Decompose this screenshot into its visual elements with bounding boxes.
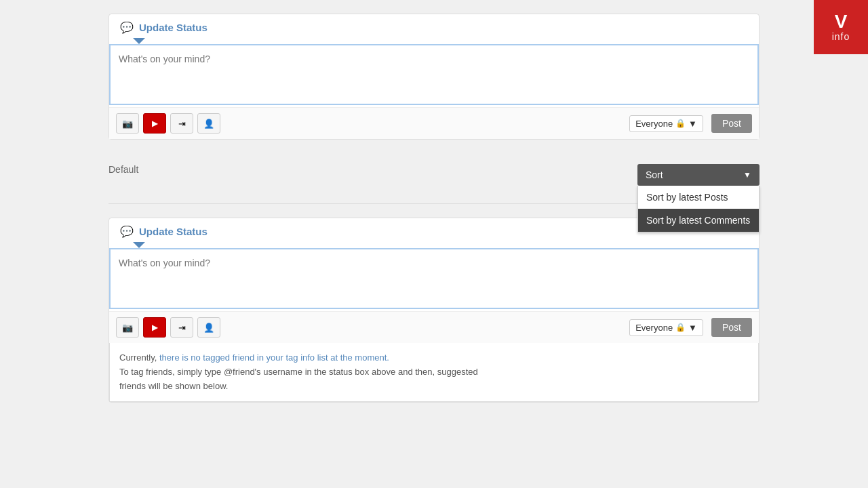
pointer-arrow-2	[133, 242, 145, 248]
privacy-label-1: Everyone	[635, 119, 673, 129]
privacy-selector-2[interactable]: Everyone 🔒 ▼	[629, 319, 703, 336]
sort-section: Default Sort ▼ Sort by latest Posts Sort…	[108, 153, 760, 197]
sort-item-comments[interactable]: Sort by latest Comments	[638, 209, 759, 232]
login-button-2[interactable]: ⇥	[170, 317, 193, 338]
status-card-1-header: 💬 Update Status	[109, 14, 759, 38]
sort-item-posts[interactable]: Sort by latest Posts	[638, 186, 759, 209]
privacy-label-2: Everyone	[635, 323, 673, 333]
info-badge-letter: V	[835, 12, 848, 31]
lock-icon-1: 🔒	[675, 119, 686, 128]
post-button-1[interactable]: Post	[711, 114, 752, 133]
privacy-selector-1[interactable]: Everyone 🔒 ▼	[629, 115, 703, 132]
pointer-arrow-1	[133, 38, 145, 44]
sort-dropdown-wrapper: Sort ▼ Sort by latest Posts Sort by late…	[637, 164, 760, 186]
chevron-down-icon-2: ▼	[688, 323, 697, 333]
sort-button-label: Sort	[646, 169, 663, 180]
status-toolbar-1: 📷 ▶ ⇥ 👤 Everyone 🔒 ▼ Post	[109, 107, 759, 139]
add-friend-button-2[interactable]: 👤	[197, 317, 220, 338]
status-card-1: 💬 Update Status 📷 ▶ ⇥ 👤 Everyone 🔒 ▼ Pos…	[108, 14, 760, 140]
status-card-2-title: Update Status	[139, 226, 208, 237]
tag-info-line2: To tag friends, simply type @friend's us…	[119, 365, 749, 380]
status-textarea-2[interactable]	[109, 248, 759, 309]
add-friend-button-1[interactable]: 👤	[197, 113, 220, 134]
tag-info-line3: friends will be shown below.	[119, 380, 749, 394]
sort-dropdown-menu: Sort by latest Posts Sort by latest Comm…	[637, 186, 760, 232]
chevron-down-icon-sort: ▼	[743, 170, 751, 180]
post-button-2[interactable]: Post	[711, 318, 752, 337]
chat-icon-2: 💬	[120, 225, 134, 238]
status-textarea-1[interactable]	[109, 44, 759, 105]
login-button-1[interactable]: ⇥	[170, 113, 193, 134]
sort-select-button[interactable]: Sort ▼	[637, 164, 760, 186]
chat-icon-1: 💬	[120, 21, 134, 34]
lock-icon-2: 🔒	[675, 323, 686, 332]
tag-info-line1: Currently, there is no tagged friend in …	[119, 351, 749, 365]
status-card-1-title: Update Status	[139, 22, 208, 33]
info-badge-label: info	[832, 31, 850, 42]
status-toolbar-2: 📷 ▶ ⇥ 👤 Everyone 🔒 ▼ Post	[109, 311, 759, 343]
status-card-2: 💬 Update Status 📷 ▶ ⇥ 👤 Everyone 🔒 ▼ Pos…	[108, 218, 760, 403]
tag-info-box: Currently, there is no tagged friend in …	[109, 343, 759, 402]
info-badge[interactable]: V info	[814, 0, 868, 54]
youtube-button-2[interactable]: ▶	[143, 317, 166, 338]
youtube-button-1[interactable]: ▶	[143, 113, 166, 134]
camera-button-1[interactable]: 📷	[116, 113, 139, 134]
camera-button-2[interactable]: 📷	[116, 317, 139, 338]
chevron-down-icon-1: ▼	[688, 119, 697, 129]
default-label: Default	[108, 164, 637, 175]
